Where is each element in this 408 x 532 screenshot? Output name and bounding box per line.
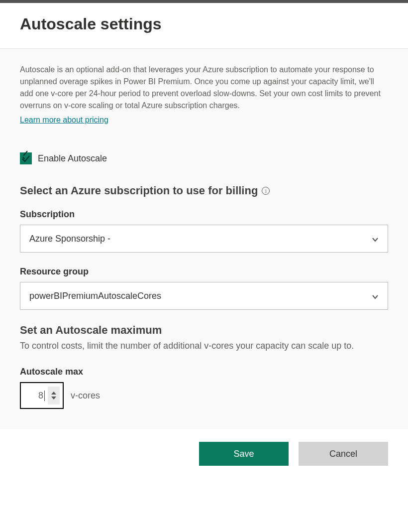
autoscale-max-input[interactable]: 8 <box>20 382 64 409</box>
save-button[interactable]: Save <box>199 442 289 466</box>
enable-autoscale-label: Enable Autoscale <box>38 153 107 164</box>
resource-group-label: Resource group <box>20 266 388 277</box>
spinner-up-icon[interactable] <box>51 392 56 395</box>
resource-group-select[interactable]: powerBIPremiumAutoscaleCores <box>20 282 388 310</box>
autoscale-max-label: Autoscale max <box>20 367 388 377</box>
subscription-value: Azure Sponsorship - <box>29 234 110 244</box>
chevron-down-icon <box>372 235 379 242</box>
description-text: Autoscale is an optional add-on that lev… <box>20 64 388 112</box>
subscription-select[interactable]: Azure Sponsorship - <box>20 225 388 253</box>
settings-panel: Autoscale is an optional add-on that lev… <box>0 48 408 429</box>
enable-autoscale-row[interactable]: Enable Autoscale <box>20 152 388 164</box>
billing-heading-text: Select an Azure subscription to use for … <box>20 184 258 197</box>
resource-group-value: powerBIPremiumAutoscaleCores <box>29 291 161 301</box>
billing-heading: Select an Azure subscription to use for … <box>20 184 388 197</box>
spinner-down-icon[interactable] <box>51 397 56 399</box>
max-heading: Set an Autoscale maximum <box>20 324 388 337</box>
page-title: Autoscale settings <box>20 15 388 33</box>
learn-more-pricing-link[interactable]: Learn more about pricing <box>20 116 108 125</box>
enable-autoscale-checkbox[interactable] <box>20 152 32 164</box>
dialog-footer: Save Cancel <box>0 429 408 479</box>
cancel-button[interactable]: Cancel <box>299 442 388 466</box>
autoscale-max-value: 8 <box>26 391 45 401</box>
max-description: To control costs, limit the number of ad… <box>20 339 388 353</box>
info-icon[interactable]: i <box>262 187 270 195</box>
checkmark-icon <box>20 152 32 164</box>
subscription-label: Subscription <box>20 209 388 220</box>
chevron-down-icon <box>372 292 379 299</box>
number-spinner[interactable] <box>48 387 60 404</box>
vcores-suffix: v-cores <box>71 391 100 401</box>
